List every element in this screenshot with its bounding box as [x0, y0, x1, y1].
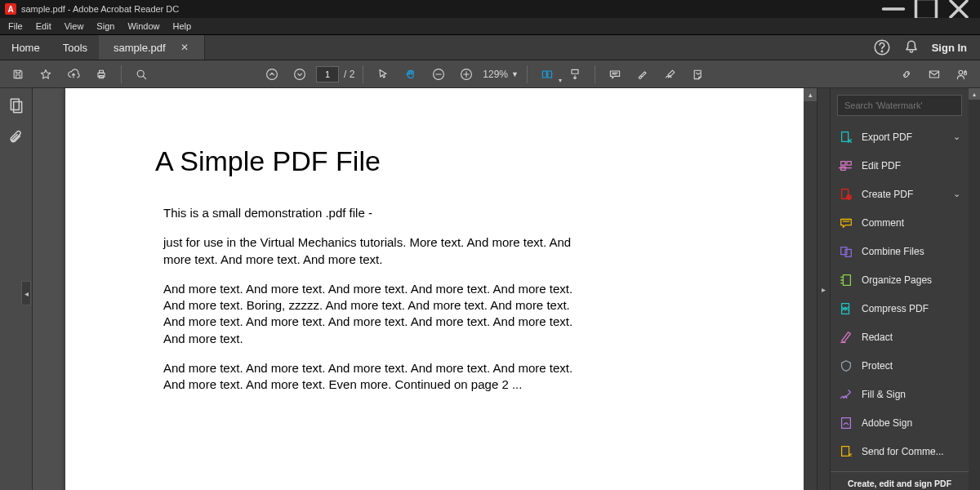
email-icon[interactable]	[923, 63, 946, 86]
menu-file[interactable]: File	[3, 20, 28, 33]
share-link-icon[interactable]	[895, 63, 918, 86]
tool-item[interactable]: Create PDF⌄	[831, 180, 969, 208]
chevron-down-icon[interactable]: ⌄	[953, 131, 960, 142]
svg-rect-6	[16, 74, 20, 78]
menu-edit[interactable]: Edit	[31, 20, 56, 33]
svg-rect-31	[842, 131, 849, 141]
page-number-input[interactable]	[316, 66, 339, 82]
star-icon[interactable]	[34, 63, 57, 86]
left-panel-toggle-icon[interactable]: ◂	[21, 281, 31, 305]
tool-label: Protect	[862, 360, 893, 372]
svg-rect-32	[841, 161, 845, 165]
svg-rect-1	[916, 0, 937, 20]
tool-label: Create PDF	[862, 189, 913, 200]
menu-sign[interactable]: Sign	[91, 20, 119, 33]
attachments-icon[interactable]	[7, 129, 25, 147]
tool-item[interactable]: Fill & Sign	[831, 380, 969, 408]
document-viewer[interactable]: A Simple PDF File This is a small demons…	[33, 88, 817, 490]
tool-label: Redact	[862, 332, 893, 343]
tool-icon	[839, 359, 853, 373]
chevron-down-icon[interactable]: ⌄	[953, 189, 960, 199]
fit-width-icon[interactable]: ▾	[536, 63, 559, 86]
home-button[interactable]: Home	[0, 35, 51, 60]
tool-icon	[839, 130, 853, 145]
highlight-icon[interactable]	[631, 63, 654, 86]
comment-icon[interactable]	[604, 63, 626, 86]
tool-item[interactable]: Send for Comme...	[831, 437, 969, 466]
menu-help[interactable]: Help	[168, 20, 197, 33]
vertical-scrollbar[interactable]: ▴	[804, 88, 817, 490]
svg-point-13	[295, 69, 305, 79]
thumbnails-icon[interactable]	[7, 96, 25, 114]
page-down-icon[interactable]	[288, 63, 311, 86]
tool-item[interactable]: Compress PDF	[831, 294, 969, 323]
close-tab-icon[interactable]: ✕	[180, 42, 189, 53]
menu-view[interactable]: View	[60, 20, 89, 33]
document-tab[interactable]: sample.pdf ✕	[99, 35, 205, 60]
notifications-icon[interactable]	[902, 38, 920, 56]
svg-line-11	[143, 76, 145, 78]
save-icon[interactable]	[7, 63, 29, 86]
svg-rect-50	[842, 446, 849, 456]
svg-rect-42	[845, 249, 851, 256]
document-tab-label: sample.pdf	[114, 42, 166, 54]
scroll-mode-icon[interactable]	[564, 63, 586, 86]
close-button[interactable]	[942, 0, 975, 18]
top-toolbar: Home Tools sample.pdf ✕ Sign In	[0, 34, 980, 60]
tools-button[interactable]: Tools	[51, 35, 99, 60]
tools-scroll-up-icon[interactable]: ▴	[969, 88, 980, 100]
tools-search-input[interactable]	[837, 95, 962, 116]
sign-icon[interactable]	[659, 63, 682, 86]
tool-item[interactable]: Organize Pages	[831, 265, 969, 294]
zoom-in-icon[interactable]	[455, 63, 478, 86]
menu-window[interactable]: Window	[122, 20, 164, 33]
zoom-level-label[interactable]: 129%	[483, 69, 508, 80]
print-icon[interactable]	[90, 63, 113, 86]
find-icon[interactable]	[130, 63, 153, 86]
tool-label: Edit PDF	[862, 160, 901, 172]
stamp-icon[interactable]	[687, 63, 710, 86]
document-heading: A Simple PDF File	[155, 145, 727, 177]
svg-point-12	[267, 69, 278, 79]
maximize-button[interactable]	[910, 0, 942, 18]
hand-tool-icon[interactable]	[399, 63, 422, 86]
tool-icon	[839, 330, 853, 345]
app-window: A sample.pdf - Adobe Acrobat Reader DC F…	[0, 0, 980, 490]
svg-rect-33	[847, 161, 851, 165]
tool-icon	[839, 273, 853, 287]
tool-icon	[839, 216, 853, 230]
tool-label: Adobe Sign	[862, 417, 912, 429]
tools-scrollbar[interactable]: ▴	[969, 88, 980, 490]
tool-item[interactable]: Export PDF⌄	[831, 122, 969, 151]
window-title: sample.pdf - Adobe Acrobat Reader DC	[21, 4, 179, 14]
tool-label: Combine Files	[862, 246, 924, 257]
tool-icon	[839, 158, 853, 173]
sign-in-button[interactable]: Sign In	[932, 42, 967, 54]
cloud-upload-icon[interactable]	[62, 63, 85, 86]
tool-item[interactable]: Protect	[831, 351, 969, 380]
tool-icon	[839, 387, 853, 402]
svg-rect-47	[842, 303, 849, 314]
tool-item[interactable]: Edit PDF	[831, 151, 969, 180]
tool-item[interactable]: Comment	[831, 208, 969, 237]
tool-label: Compress PDF	[862, 303, 929, 314]
app-logo-icon: A	[5, 3, 16, 15]
selection-arrow-icon[interactable]	[372, 63, 394, 86]
svg-rect-43	[843, 274, 850, 285]
share-people-icon[interactable]	[951, 63, 973, 86]
tool-item[interactable]: Combine Files	[831, 237, 969, 265]
svg-point-25	[959, 70, 963, 74]
help-icon[interactable]	[873, 38, 891, 56]
svg-point-26	[964, 72, 966, 74]
tool-item[interactable]: Redact	[831, 323, 969, 351]
svg-rect-21	[572, 69, 578, 74]
page-up-icon[interactable]	[261, 63, 283, 86]
tool-item[interactable]: Adobe Sign	[831, 408, 969, 437]
svg-rect-24	[929, 71, 938, 78]
minimize-button[interactable]	[877, 0, 910, 18]
right-panel-toggle-icon[interactable]: ▸	[817, 88, 830, 490]
main-toolbar: / 2 129% ▼ ▾	[0, 60, 980, 88]
scroll-up-icon[interactable]: ▴	[804, 88, 817, 101]
zoom-dropdown-icon[interactable]: ▼	[511, 70, 519, 78]
zoom-out-icon[interactable]	[427, 63, 450, 86]
